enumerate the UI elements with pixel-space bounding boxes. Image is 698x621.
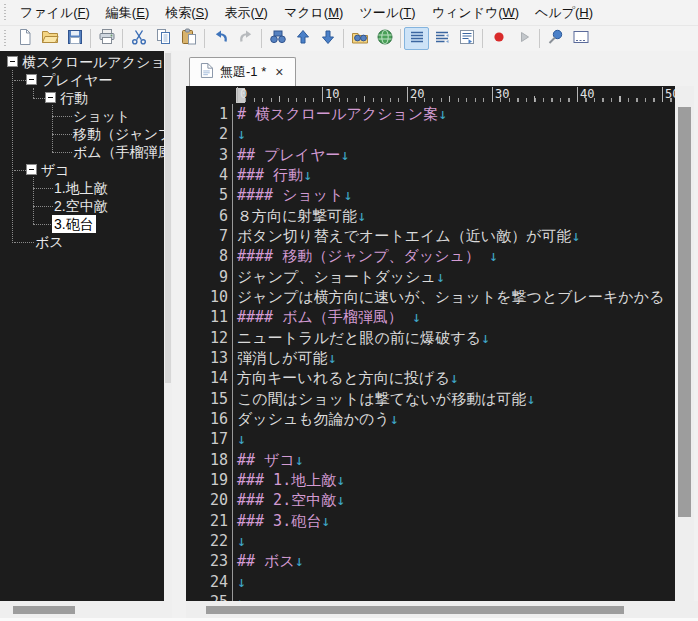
tree-expander-minus[interactable] [26,164,37,175]
tree-expander-minus[interactable] [45,92,56,103]
newline-mark: ↓ [295,451,304,469]
menu-search[interactable]: 検索(S) [157,0,216,26]
tab-close-icon[interactable]: × [273,64,285,80]
toolbar-gripper[interactable] [4,30,8,47]
open-folder-button[interactable] [37,27,62,50]
editor-line-13[interactable]: 13弾消しが可能↓ [186,348,675,368]
outline-item-move[interactable]: 移動（ジャンプ、ダッシュ） [0,125,164,143]
editor-line-2[interactable]: 2↓ [186,124,675,144]
editor-line-20[interactable]: 20### 2.空中敵↓ [186,490,675,510]
find-in-files-button[interactable] [347,27,372,50]
editor-surface[interactable]: 01020304050 1# 横スクロールアクション案↓2↓3## プレイヤー↓… [186,86,675,601]
editor-line-22[interactable]: 22↓ [186,531,675,551]
options-button[interactable] [568,27,593,50]
pin-button[interactable] [543,27,568,50]
copy-button[interactable] [151,27,176,50]
outline-item-bomb[interactable]: ボム（手榴弾風） [0,143,164,161]
menu-edit[interactable]: 編集(E) [98,0,157,26]
menu-tools[interactable]: ツール(T) [351,0,423,26]
redo-button[interactable] [233,27,258,50]
wrap-page-button[interactable] [454,27,479,50]
outline-horizontal-scrollbar-thumb[interactable] [13,606,75,614]
wrap-off-button[interactable] [404,27,429,50]
outline-tree[interactable]: 横スクロールアクション案プレイヤー行動ショット移動（ジャンプ、ダッシュ）ボム（手… [0,51,164,601]
editor-line-21[interactable]: 21### 3.砲台↓ [186,511,675,531]
macro-play-button[interactable] [511,27,536,50]
outline-item-player[interactable]: プレイヤー [0,71,164,89]
outline-vertical-scrollbar-thumb[interactable] [165,53,171,383]
menu-file[interactable]: ファイル(F) [12,0,98,26]
new-document-button[interactable] [12,27,37,50]
outline-item-shot[interactable]: ショット [0,107,164,125]
editor-line-10[interactable]: 10ジャンプは横方向に速いが、ショットを撃つとブレーキかかる [186,287,675,307]
editor-line-12[interactable]: 12ニュートラルだと眼の前に爆破する↓ [186,328,675,348]
newline-mark: ↓ [489,247,498,265]
menu-help[interactable]: ヘルプ(H) [527,0,601,26]
editor-line-25[interactable]: 25← [186,592,675,601]
outline-item-title[interactable]: 横スクロールアクション案 [0,53,164,71]
text-content[interactable]: 1# 横スクロールアクション案↓2↓3## プレイヤー↓4### 行動↓5###… [186,104,675,601]
outline-item-action[interactable]: 行動 [0,89,164,107]
panel-splitter[interactable] [172,51,186,621]
outline-horizontal-scrollbar[interactable] [0,601,172,618]
line-text: ### 3.砲台 [237,512,321,530]
editor-line-5[interactable]: 5#### ショット↓ [186,185,675,205]
outline-item-label: 移動（ジャンプ、ダッシュ） [71,125,164,143]
editor-line-3[interactable]: 3## プレイヤー↓ [186,145,675,165]
tree-connector-stub [52,116,72,117]
editor-line-17[interactable]: 17↓ [186,429,675,449]
tree-connector-stub [33,206,53,207]
macro-record-button[interactable] [486,27,511,50]
menu-macro[interactable]: マクロ(M) [276,0,351,26]
line-text: ### 行動 [237,166,303,184]
line-number: 6 [186,206,228,226]
editor-vertical-scrollbar[interactable] [675,86,694,601]
editor-line-8[interactable]: 8#### 移動（ジャンプ、ダッシュ） ↓ [186,246,675,266]
editor-line-11[interactable]: 11#### ボム（手榴弾風） ↓ [186,307,675,327]
menu-view[interactable]: 表示(V) [217,0,276,26]
find-previous-button[interactable] [290,27,315,50]
newline-mark: ↓ [237,573,246,591]
open-folder-icon [41,28,59,50]
editor-line-14[interactable]: 14方向キーいれると方向に投げる↓ [186,368,675,388]
wrap-window-button[interactable] [429,27,454,50]
tab-untitled-1[interactable]: 無題-1 * × [189,57,296,86]
outline-item-ground-enemy[interactable]: 1.地上敵 [0,179,164,197]
editor-line-19[interactable]: 19### 1.地上敵↓ [186,470,675,490]
editor-line-18[interactable]: 18## ザコ↓ [186,450,675,470]
line-number: 19 [186,470,228,490]
editor-horizontal-scrollbar[interactable] [186,601,698,618]
editor-line-7[interactable]: 7ボタン切り替えでオートエイム（近い敵）が可能↓ [186,226,675,246]
line-number: 20 [186,490,228,510]
outline-item-air-enemy[interactable]: 2.空中敵 [0,197,164,215]
toolbar-separator [482,29,483,48]
toolbar-separator [261,29,262,48]
cut-button[interactable] [126,27,151,50]
outline-item-zako[interactable]: ザコ [0,161,164,179]
editor-line-24[interactable]: 24↓ [186,572,675,592]
editor-line-23[interactable]: 23## ボス↓ [186,551,675,571]
tree-expander-minus[interactable] [7,56,18,67]
editor-line-9[interactable]: 9ジャンプ、ショートダッシュ↓ [186,267,675,287]
editor-line-4[interactable]: 4### 行動↓ [186,165,675,185]
editor-line-6[interactable]: 6８方向に射撃可能↓ [186,206,675,226]
find-next-button[interactable] [315,27,340,50]
editor-vertical-scrollbar-thumb[interactable] [678,107,691,517]
editor-line-15[interactable]: 15この間はショットは撃てないが移動は可能↓ [186,389,675,409]
print-button[interactable] [94,27,119,50]
editor-horizontal-scrollbar-thumb[interactable] [206,606,624,614]
save-button[interactable] [62,27,87,50]
undo-button[interactable] [208,27,233,50]
menubar-gripper[interactable] [4,4,8,21]
outline-item-turret[interactable]: 3.砲台 [0,215,164,233]
outline-item-boss[interactable]: ボス [0,233,164,251]
tree-expander-minus[interactable] [26,74,37,85]
open-url-button[interactable] [372,27,397,50]
outline-vertical-scrollbar[interactable] [164,51,172,601]
find-button[interactable] [265,27,290,50]
editor-line-1[interactable]: 1# 横スクロールアクション案↓ [186,104,675,124]
line-number: 5 [186,185,228,205]
editor-line-16[interactable]: 16ダッシュも勿論かのう↓ [186,409,675,429]
menu-window[interactable]: ウィンドウ(W) [424,0,527,26]
paste-button[interactable] [176,27,201,50]
